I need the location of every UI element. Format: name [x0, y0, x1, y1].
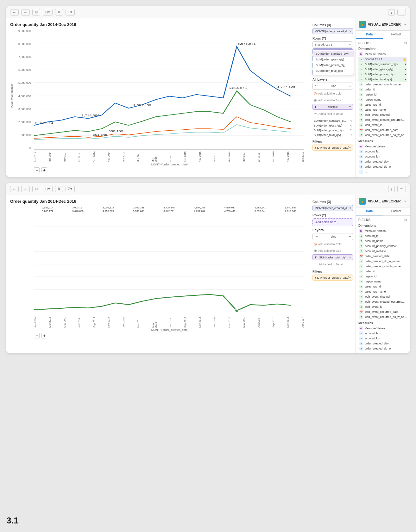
add-detail-1[interactable]: ⋯ Add a field to Detail [312, 111, 353, 117]
field-region-id-2[interactable]: # region_id [358, 274, 407, 279]
forward-btn-1[interactable]: → [21, 9, 30, 15]
field-region-id-1[interactable]: # region_id [358, 92, 407, 97]
sum-measure-row-1[interactable]: SUM(order_standard_q... R [312, 119, 353, 123]
add-color-2[interactable]: ◎ Add a field to Color [312, 241, 353, 247]
zoom-minus-2[interactable]: − [34, 333, 40, 338]
field-web-created-2[interactable]: T web_event_created_occurred... [358, 299, 407, 304]
sum-measure-row-3[interactable]: SUM(order_poster_qty) R [312, 128, 353, 133]
sum-btn-2[interactable]: Σ▾ [66, 186, 75, 192]
field-web-channel-2[interactable]: T web_event_channel [358, 294, 407, 299]
zoom-plus-2[interactable]: + [41, 333, 47, 338]
field-account-lat-2[interactable]: # account_lat [358, 331, 407, 336]
field-account-lon-2[interactable]: # account_lon [358, 336, 407, 341]
field-web-date-1[interactable]: 📅 web_event_occurred_date [358, 127, 407, 133]
field-measure-names-1[interactable]: M Measure Names [358, 52, 407, 57]
tab-data-2[interactable]: Data [356, 207, 383, 215]
field-region-name-2[interactable]: T region_name [358, 279, 407, 284]
add-color-1[interactable]: ◎ Add a field to Color [312, 90, 353, 96]
edit-btn-2[interactable]: ⊡▾ [43, 186, 53, 192]
add-size-1[interactable]: ◉ Add a field to Size [312, 97, 353, 103]
view-btn-2[interactable]: ⊞ [32, 186, 40, 192]
zoom-minus-1[interactable]: − [34, 167, 40, 173]
more-btn-2[interactable]: ⋯ [397, 186, 406, 192]
field-order-created-day-1[interactable]: # order_created_day [358, 159, 407, 164]
sum-btn-1[interactable]: Σ▾ [66, 9, 75, 15]
view-btn-1[interactable]: ⊞ [32, 9, 40, 15]
sort-btn-2[interactable]: ⇅ [55, 186, 63, 192]
field-order-total-1[interactable]: # SUM(order_total_qty) ▾ [358, 77, 407, 82]
field-sales-rep-name-1[interactable]: T sales_rep_name [358, 107, 407, 112]
sum-measure-row-2[interactable]: SUM(order_gloss_qty) R [312, 123, 353, 128]
layer-type-1[interactable]: 〜 Line ▾ [312, 83, 353, 90]
rows-add-field-2[interactable]: Add fields here _ [312, 218, 353, 226]
tab-data-1[interactable]: Data [356, 31, 383, 39]
chart-plot-2[interactable] [34, 214, 304, 315]
explorer-menu-1[interactable]: ▾ [404, 23, 407, 26]
field-web-date-2[interactable]: 📅 web_event_occurred_date [358, 309, 407, 314]
edit-btn-1[interactable]: ⊡▾ [43, 9, 53, 15]
field-account-lon-1[interactable]: # account_lon [358, 154, 407, 159]
tab-format-1[interactable]: Format [383, 31, 410, 39]
field-order-month-name-2[interactable]: T order_created_month_name [358, 264, 407, 269]
more-btn-1[interactable]: ⋯ [397, 9, 406, 15]
field-sales-rep-name-2[interactable]: T sales_rep_name [358, 289, 407, 294]
field-order-gloss-1[interactable]: # SUM(order_gloss_qty) ▾ [358, 67, 407, 72]
field-account-contact-2[interactable]: T account_primary_contact [358, 244, 407, 249]
field-measure-values-1[interactable]: M Measure Values [358, 144, 407, 149]
field-order-created-day-2[interactable]: # order_created_day [358, 341, 407, 346]
field-measure-names-2[interactable]: M Measure Names [358, 228, 407, 233]
field-web-dow-1[interactable]: T web_event_occurred_do_w_na... [358, 133, 407, 138]
columns-pill-1[interactable]: MONTH(order_created_d... ▾ [312, 28, 353, 34]
field-measure-values-2[interactable]: M Measure Values [358, 326, 407, 331]
sum-measure-row-4[interactable]: SUM(order_total_qty) R [312, 133, 353, 137]
shared-axis-item-4[interactable]: SUM(order_total_qty) [313, 68, 354, 74]
arrange-btn-1[interactable]: ↕ [388, 9, 395, 15]
field-web-created-1[interactable]: T web_event_created_occurred... [358, 117, 407, 122]
field-web-id-2[interactable]: # web_event_id [358, 304, 407, 309]
filter-pill-2[interactable]: YEAR(order_created_date) ▾ [312, 275, 353, 281]
field-order-poster-1[interactable]: # SUM(order_poster_qty) ▾ [358, 72, 407, 77]
layer-type-2[interactable]: 〜 Line ▾ [312, 233, 353, 240]
field-region-name-1[interactable]: T region_name [358, 97, 407, 102]
columns-pill-2[interactable]: MONTH(order_created_d... ▾ [312, 205, 353, 211]
shared-axis-box-1[interactable]: Shared Axis 1 ▾ SUM(order_standard_qty) … [312, 41, 353, 47]
field-order-created-dow-2[interactable]: # order_created_do_w [358, 346, 407, 351]
field-order-standard-1[interactable]: # SUM(order_standard_qty) ▾ [358, 62, 407, 67]
filter-pill-1[interactable]: YEAR(order_created_date) ▾ [312, 145, 353, 151]
field-shared-axis-1[interactable]: # Shared Axis 1 👆 [358, 57, 407, 62]
shared-axis-item-1[interactable]: SUM(order_standard_qty) [313, 51, 354, 57]
field-sales-rep-id-1[interactable]: # sales_rep_id [358, 102, 407, 107]
field-web-dow-2[interactable]: T web_event_occurred_do_w_na... [358, 314, 407, 319]
field-sales-rep-id-2[interactable]: # sales_rep_id [358, 284, 407, 289]
field-order-created-dow-1[interactable]: # order_created_do_w [358, 164, 407, 169]
text-field-2[interactable]: T SUM(order_total_qty) ▾ [312, 254, 353, 260]
field-more-1[interactable]: ··· ... [358, 169, 407, 174]
field-account-website-2[interactable]: T account_website [358, 249, 407, 254]
explorer-menu-2[interactable]: ▾ [404, 200, 407, 203]
shared-axis-item-2[interactable]: SUM(order_gloss_qty) [313, 57, 354, 62]
back-btn-1[interactable]: ← [10, 9, 19, 15]
tab-format-2[interactable]: Format [383, 207, 410, 215]
field-order-created-date-2[interactable]: 📅 order_created_date [358, 254, 407, 259]
chart-plot-1[interactable]: 8,576,841 5,254,876 2,953,214 2,591,439 … [34, 29, 304, 150]
field-month-name-1[interactable]: T order_created_month_name [358, 82, 407, 87]
sort-btn-1[interactable]: ⇅ [55, 9, 63, 15]
fields-func-btn-1[interactable]: fx [404, 41, 407, 45]
field-account-name-2[interactable]: T account_name [358, 238, 407, 244]
field-account-lat-1[interactable]: # account_lat [358, 149, 407, 154]
forward-btn-2[interactable]: → [21, 186, 30, 192]
field-order-created-dow-name-2[interactable]: T order_created_do_w_name [358, 259, 407, 264]
back-btn-2[interactable]: ← [10, 186, 19, 192]
add-size-2[interactable]: ◉ Add a field to Size [312, 248, 353, 254]
field-order-id-1[interactable]: # order_id [358, 87, 407, 92]
zoom-plus-1[interactable]: + [41, 167, 47, 173]
field-web-channel-1[interactable]: T web_event_channel [358, 112, 407, 117]
shared-axis-item-3[interactable]: SUM(order_poster_qty) [313, 62, 354, 68]
arrange-btn-2[interactable]: ↕ [388, 186, 395, 192]
fields-func-btn-2[interactable]: fx [404, 218, 407, 222]
field-order-id-2[interactable]: # order_id [358, 269, 407, 274]
add-detail-2[interactable]: ⋯ Add a field to Detail [312, 261, 353, 267]
field-web-id-1[interactable]: # web_event_id [358, 122, 407, 127]
text-field-1[interactable]: T Multiple ▾ [312, 104, 353, 110]
field-account-id-2[interactable]: # account_id [358, 233, 407, 238]
